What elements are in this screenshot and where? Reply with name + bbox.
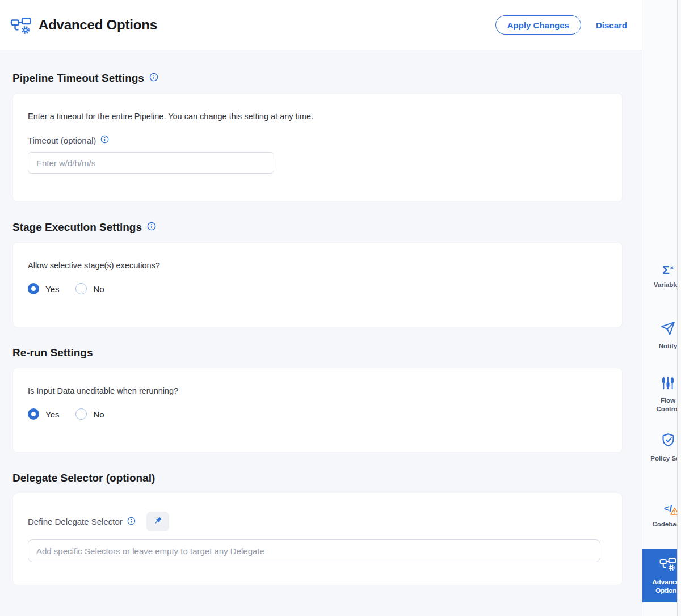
rerun-heading-text: Re-run Settings [12, 347, 93, 359]
sidebar-item-label: Notify [649, 342, 681, 351]
paper-plane-icon [661, 321, 675, 338]
rerun-card: Is Input Data uneditable when rerunning?… [12, 368, 623, 453]
info-icon[interactable] [100, 135, 109, 145]
sidebar-item-label: Variables [649, 281, 681, 289]
radio-unselected-icon[interactable] [75, 283, 87, 294]
rerun-radio-group: Yes No [28, 408, 607, 420]
right-nav-rail: Σ× Variables Notify Flow Control Policy … [642, 0, 681, 616]
yes-label: Yes [45, 284, 59, 294]
pipeline-timeout-heading: Pipeline Timeout Settings [12, 72, 623, 85]
delegate-selector-card: Define Delegate Selector [12, 493, 623, 585]
stage-execution-no-option[interactable]: No [75, 283, 104, 294]
pin-button[interactable] [146, 512, 169, 531]
sidebar-item-label: Policy Sets [649, 454, 681, 463]
sigma-x-icon: Σ× [662, 261, 674, 277]
advanced-options-panel: Advanced Options Apply Changes Discard P… [0, 0, 642, 616]
stage-execution-card: Allow selective stage(s) executions? Yes… [12, 242, 623, 327]
radio-unselected-icon[interactable] [75, 408, 87, 420]
sliders-icon [661, 375, 675, 393]
page-title: Advanced Options [39, 17, 157, 33]
pipeline-gear-icon [659, 556, 676, 573]
sidebar-item-variables[interactable]: Σ× Variables [642, 261, 681, 289]
sidebar-item-codebase[interactable]: </ Codebase [642, 501, 681, 529]
pipeline-timeout-heading-text: Pipeline Timeout Settings [12, 72, 144, 85]
rerun-yes-option[interactable]: Yes [28, 408, 59, 420]
right-edge-gutter [677, 0, 681, 616]
rerun-question: Is Input Data uneditable when rerunning? [28, 386, 607, 395]
shield-check-icon [661, 432, 676, 450]
pipeline-timeout-card: Enter a timeout for the entire Pipeline.… [12, 93, 623, 202]
stage-execution-radio-group: Yes No [28, 283, 607, 294]
sidebar-item-policy-sets[interactable]: Policy Sets [642, 432, 681, 463]
rerun-no-option[interactable]: No [75, 408, 104, 420]
stage-execution-heading-text: Stage Execution Settings [12, 221, 142, 234]
info-icon[interactable] [127, 517, 136, 527]
delegate-selector-heading-text: Delegate Selector (optional) [12, 472, 155, 484]
stage-execution-heading: Stage Execution Settings [12, 221, 623, 234]
settings-content: Pipeline Timeout Settings Enter a timeou… [0, 50, 642, 616]
sidebar-item-label: Codebase [649, 520, 681, 529]
sidebar-item-flow-control[interactable]: Flow Control [642, 375, 681, 414]
timeout-description: Enter a timeout for the entire Pipeline.… [28, 112, 607, 121]
stage-execution-question: Allow selective stage(s) executions? [28, 261, 607, 270]
sidebar-item-label: Advanced Options [649, 578, 681, 595]
delegate-selector-heading: Delegate Selector (optional) [12, 472, 623, 484]
discard-button[interactable]: Discard [596, 20, 627, 30]
timeout-label: Timeout (optional) [28, 136, 96, 145]
stage-execution-yes-option[interactable]: Yes [28, 283, 59, 294]
sidebar-item-advanced-options[interactable]: Advanced Options [642, 549, 681, 602]
pipeline-gear-icon [10, 16, 32, 35]
info-icon[interactable] [147, 221, 156, 234]
info-icon[interactable] [149, 72, 158, 85]
no-label: No [93, 284, 104, 294]
yes-label: Yes [45, 410, 59, 419]
pin-icon [153, 516, 163, 528]
apply-changes-button[interactable]: Apply Changes [495, 15, 581, 35]
sidebar-item-label: Flow Control [649, 396, 681, 414]
panel-header: Advanced Options Apply Changes Discard [0, 0, 642, 50]
timeout-input[interactable] [28, 152, 274, 174]
no-label: No [93, 410, 104, 419]
rerun-heading: Re-run Settings [12, 347, 623, 359]
sidebar-item-notify[interactable]: Notify [642, 321, 681, 351]
radio-selected-icon[interactable] [28, 283, 39, 294]
code-warning-icon: </ [664, 501, 672, 516]
delegate-selector-input[interactable] [28, 539, 600, 562]
radio-selected-icon[interactable] [28, 408, 39, 420]
define-delegate-label: Define Delegate Selector [28, 517, 123, 526]
